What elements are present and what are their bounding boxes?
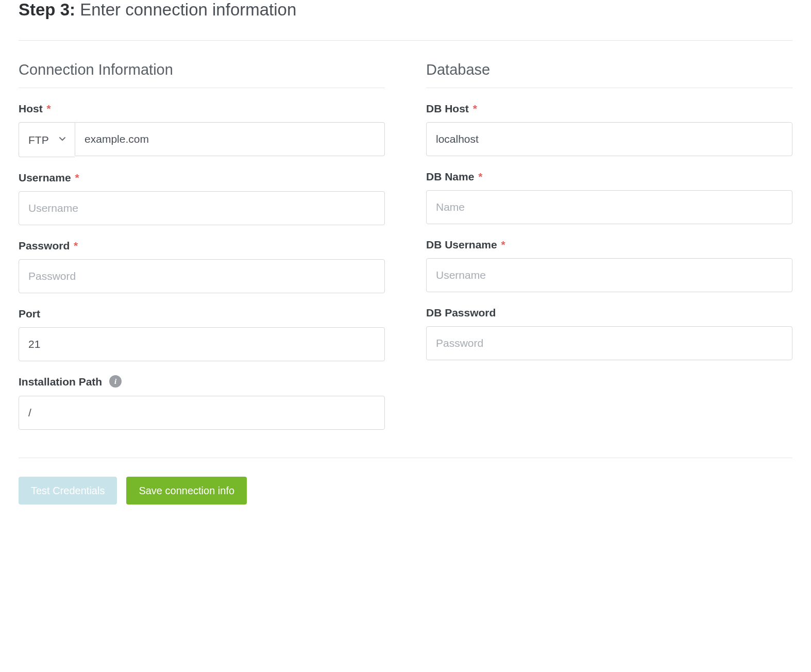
port-label-text: Port [19,308,40,320]
required-star: * [478,171,482,182]
db-password-label-text: DB Password [426,307,496,318]
connection-section-title: Connection Information [19,61,385,88]
password-group: Password * [19,240,385,293]
db-username-label-text: DB Username [426,239,497,250]
test-credentials-button[interactable]: Test Credentials [19,477,117,505]
db-name-input[interactable] [426,190,792,224]
required-star: * [473,103,477,114]
username-label: Username * [19,172,385,184]
required-star: * [501,239,505,250]
db-username-input[interactable] [426,258,792,292]
button-row: Test Credentials Save connection info [19,477,792,505]
step-number: Step 3: [19,0,75,19]
username-label-text: Username [19,172,71,183]
install-path-input[interactable] [19,396,385,430]
protocol-select[interactable]: FTP [19,123,75,157]
db-host-label: DB Host * [426,103,792,115]
password-label-text: Password [19,240,70,251]
username-input[interactable] [19,191,385,225]
save-connection-button[interactable]: Save connection info [126,477,247,505]
install-path-group: Installation Path i [19,376,385,430]
host-label: Host * [19,103,385,115]
password-label: Password * [19,240,385,252]
port-label: Port [19,308,385,320]
db-username-group: DB Username * [426,239,792,292]
db-host-label-text: DB Host [426,103,469,114]
port-input[interactable] [19,327,385,361]
install-path-label: Installation Path i [19,376,385,389]
db-password-label: DB Password [426,307,792,319]
required-star: * [74,240,78,251]
port-group: Port [19,308,385,361]
footer-divider [19,458,792,458]
db-username-label: DB Username * [426,239,792,251]
connection-column: Connection Information Host * FTP [19,61,385,444]
username-group: Username * [19,172,385,225]
db-password-input[interactable] [426,326,792,360]
database-column: Database DB Host * DB Name * [426,61,792,444]
db-name-group: DB Name * [426,171,792,224]
info-icon[interactable]: i [109,375,122,388]
host-group: Host * FTP [19,103,385,157]
protocol-select-wrap[interactable]: FTP [19,122,75,157]
install-path-label-text: Installation Path [19,376,102,388]
db-password-group: DB Password [426,307,792,360]
db-name-label-text: DB Name [426,171,474,182]
step-header: Step 3: Enter connection information [19,0,792,41]
host-input[interactable] [75,122,385,156]
step-title: Enter connection information [80,0,296,19]
database-section-title: Database [426,61,792,88]
db-name-label: DB Name * [426,171,792,183]
required-star: * [75,172,79,183]
host-label-text: Host [19,103,43,114]
required-star: * [47,103,51,114]
db-host-input[interactable] [426,122,792,156]
db-host-group: DB Host * [426,103,792,156]
password-input[interactable] [19,259,385,293]
